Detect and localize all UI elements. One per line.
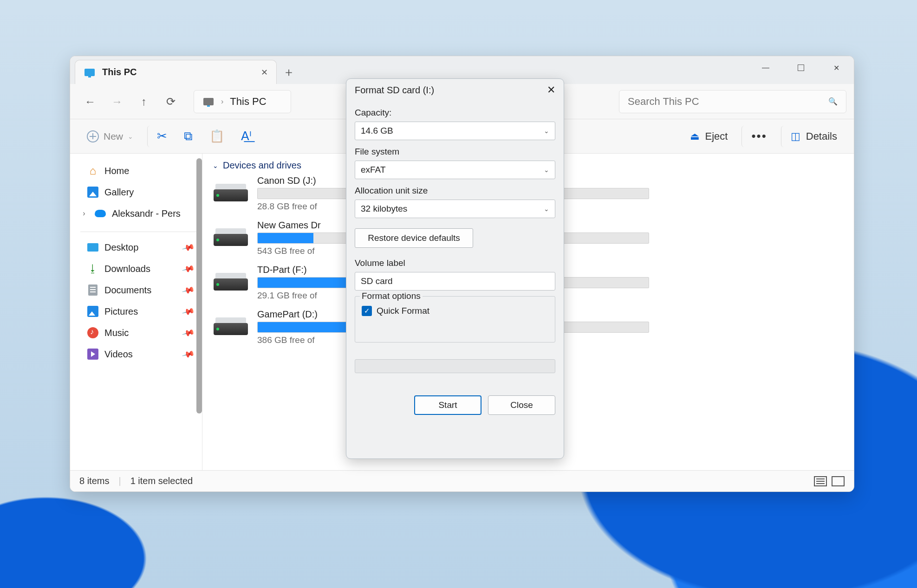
new-button[interactable]: New ⌄ — [80, 126, 140, 147]
capacity-value: 14.6 GB — [361, 126, 393, 136]
capacity-label: Capacity: — [355, 108, 555, 118]
sidebar-divider — [80, 232, 196, 232]
sidebar-item-videos[interactable]: Videos📌 — [78, 343, 198, 365]
close-button[interactable]: Close — [488, 395, 555, 415]
item-count: 8 items — [79, 476, 109, 486]
maximize-button[interactable] — [783, 56, 819, 79]
close-window-button[interactable]: ✕ — [819, 56, 854, 79]
drive-icon — [213, 175, 249, 204]
filesystem-label: File system — [355, 147, 555, 157]
chevron-down-icon: ⌄ — [213, 162, 218, 169]
section-title: Devices and drives — [223, 160, 301, 171]
allocation-label: Allocation unit size — [355, 186, 555, 196]
onedrive-icon — [94, 207, 106, 220]
desktop-icon — [87, 241, 99, 253]
checkbox-checked-icon: ✓ — [362, 306, 372, 316]
button-label: Restore device defaults — [368, 233, 460, 243]
sidebar-item-music[interactable]: Music📌 — [78, 322, 198, 343]
rename-icon: A͟ᴵ — [241, 129, 252, 143]
format-progress-bar — [355, 359, 555, 373]
tab-close-icon[interactable]: ✕ — [261, 67, 268, 78]
sidebar-item-label: Aleksandr - Pers — [112, 208, 181, 219]
restore-defaults-button[interactable]: Restore device defaults — [355, 228, 473, 248]
filesystem-value: exFAT — [361, 165, 386, 175]
details-pane-icon: ◫ — [791, 130, 800, 142]
new-tab-button[interactable]: ＋ — [277, 60, 301, 84]
volume-label-input[interactable]: SD card — [355, 272, 555, 291]
videos-icon — [87, 348, 99, 360]
details-pane-button[interactable]: ◫ Details — [781, 126, 844, 147]
plus-circle-icon — [87, 130, 99, 142]
pin-icon: 📌 — [182, 326, 195, 340]
view-list-button[interactable] — [814, 476, 827, 486]
drive-icon — [213, 309, 249, 338]
search-input[interactable] — [628, 96, 828, 108]
start-button[interactable]: Start — [414, 395, 481, 415]
ellipsis-icon: ••• — [751, 129, 767, 143]
sidebar-item-label: Gallery — [104, 187, 134, 198]
music-icon — [87, 327, 99, 339]
volume-label-value: SD card — [361, 276, 393, 286]
gallery-icon — [87, 186, 99, 198]
rename-button[interactable]: A͟ᴵ — [234, 126, 258, 147]
sidebar-item-label: Home — [104, 166, 129, 176]
sidebar-item-home[interactable]: ⌂Home — [78, 160, 198, 181]
eject-button[interactable]: ⏏ Eject — [683, 126, 735, 147]
home-icon: ⌂ — [87, 165, 99, 177]
paste-button[interactable]: 📋 — [203, 126, 231, 147]
search-icon: 🔍 — [828, 97, 838, 106]
chevron-down-icon: ⌄ — [544, 166, 549, 174]
sidebar-item-onedrive[interactable]: ›Aleksandr - Pers — [78, 203, 198, 224]
dialog-titlebar: Format SD card (I:) ✕ — [346, 79, 564, 101]
quick-format-checkbox[interactable]: ✓ Quick Format — [362, 306, 548, 316]
eject-label: Eject — [705, 130, 728, 142]
sidebar-item-label: Videos — [104, 349, 133, 360]
refresh-button[interactable]: ⟳ — [158, 89, 183, 114]
copy-icon: ⧉ — [184, 129, 193, 143]
volume-label-label: Volume label — [355, 258, 555, 268]
window-controls: — ✕ — [748, 56, 854, 79]
more-button[interactable]: ••• — [741, 126, 773, 147]
allocation-value: 32 kilobytes — [361, 204, 407, 214]
dialog-close-button[interactable]: ✕ — [547, 84, 555, 96]
cut-button[interactable]: ✂ — [147, 126, 174, 147]
selection-count: 1 item selected — [130, 476, 193, 486]
eject-icon: ⏏ — [690, 130, 700, 142]
sidebar-item-label: Downloads — [104, 264, 150, 274]
view-grid-button[interactable] — [832, 476, 845, 486]
search-box[interactable]: 🔍 — [619, 90, 846, 113]
filesystem-select[interactable]: exFAT ⌄ — [355, 161, 555, 179]
status-bar: 8 items | 1 item selected — [70, 470, 854, 491]
checkbox-label: Quick Format — [377, 306, 429, 316]
format-options-label: Format options — [360, 291, 423, 301]
allocation-select[interactable]: 32 kilobytes ⌄ — [355, 200, 555, 218]
copy-button[interactable]: ⧉ — [177, 126, 199, 147]
scissors-icon: ✂ — [157, 129, 167, 143]
drive-icon — [213, 220, 249, 249]
sidebar-item-pictures[interactable]: Pictures📌 — [78, 301, 198, 322]
sidebar-item-desktop[interactable]: Desktop📌 — [78, 237, 198, 258]
sidebar-item-downloads[interactable]: ⭳Downloads📌 — [78, 258, 198, 279]
format-options-group: Format options ✓ Quick Format — [355, 296, 555, 342]
format-dialog: Format SD card (I:) ✕ Capacity: 14.6 GB … — [346, 78, 564, 459]
breadcrumb[interactable]: › This PC — [194, 90, 291, 113]
sidebar-item-documents[interactable]: Documents📌 — [78, 279, 198, 301]
sidebar-scrollbar[interactable] — [196, 158, 202, 414]
pin-icon: 📌 — [182, 304, 195, 318]
tab-this-pc[interactable]: This PC ✕ — [75, 60, 277, 84]
minimize-button[interactable]: — — [748, 56, 783, 79]
up-button[interactable]: ↑ — [131, 89, 156, 114]
forward-button[interactable]: → — [104, 89, 130, 114]
capacity-select[interactable]: 14.6 GB ⌄ — [355, 122, 555, 140]
chevron-down-icon: ⌄ — [544, 205, 549, 213]
drive-icon — [213, 265, 249, 293]
sidebar-item-label: Desktop — [104, 242, 138, 253]
back-button[interactable]: ← — [78, 89, 103, 114]
clipboard-icon: 📋 — [209, 129, 224, 143]
sidebar-item-gallery[interactable]: Gallery — [78, 181, 198, 203]
sidebar-item-label: Music — [104, 328, 129, 338]
sidebar-item-label: Pictures — [104, 306, 138, 317]
nav-sidebar: ⌂Home Gallery ›Aleksandr - Pers Desktop📌… — [70, 154, 202, 470]
button-label: Start — [438, 400, 457, 410]
pin-icon: 📌 — [182, 283, 195, 297]
